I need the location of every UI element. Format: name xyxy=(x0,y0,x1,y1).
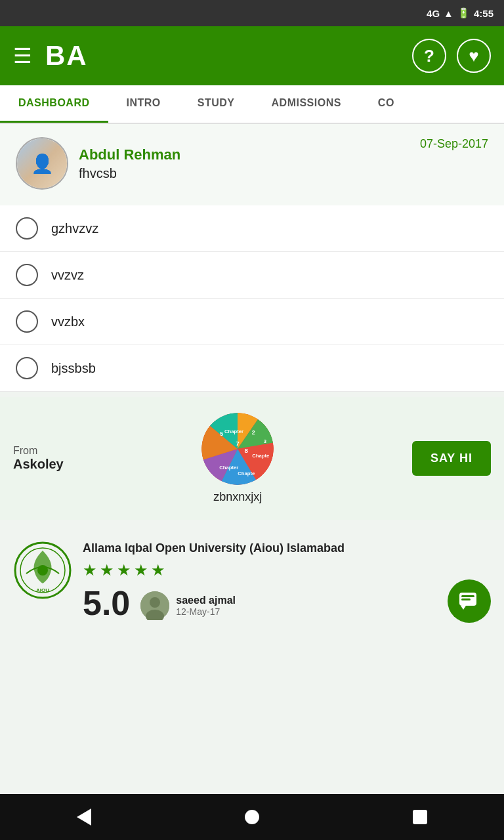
status-bar: 4G ▲ 🔋 4:55 xyxy=(0,0,504,26)
help-button[interactable]: ? xyxy=(412,39,446,73)
tab-bar: DASHBOARD INTRO STUDY ADMISSIONS CO xyxy=(0,85,504,124)
from-label: From xyxy=(13,445,64,457)
avatar-image: 👤 xyxy=(17,138,67,188)
chapter-pie-chart: 2 3 Chapter Chapte 5 Chapter Chapte 7 8 xyxy=(201,413,274,485)
tab-study[interactable]: STUDY xyxy=(179,85,253,123)
university-logo: AIOU xyxy=(13,541,72,600)
say-hi-button[interactable]: SAY HI xyxy=(412,441,491,476)
reviewer-avatar xyxy=(140,591,169,620)
option-text-4: bjssbsb xyxy=(51,361,96,376)
signal-indicator: 4G xyxy=(427,8,440,19)
star-2: ★ xyxy=(100,561,114,579)
options-list: gzhvzvz vvzvz vvzbx bjssbsb xyxy=(0,205,504,392)
svg-text:3: 3 xyxy=(264,438,266,444)
reviewer-avatar-svg xyxy=(140,591,169,620)
star-4: ★ xyxy=(134,561,148,579)
option-text-3: vvzbx xyxy=(51,314,85,329)
wheel-container: 2 3 Chapter Chapte 5 Chapter Chapte 7 8 … xyxy=(201,413,274,504)
university-name: Allama Iqbal Open University (Aiou) Isla… xyxy=(83,541,491,556)
reviewer-date: 12-May-17 xyxy=(176,606,236,617)
heart-icon: ♥ xyxy=(469,46,478,66)
svg-point-19 xyxy=(37,565,48,576)
favorites-button[interactable]: ♥ xyxy=(457,39,491,73)
aiou-logo-svg: AIOU xyxy=(13,541,72,600)
brand-logo: BA xyxy=(45,40,88,72)
reviewer-details: saeed ajmal 12-May-17 xyxy=(176,595,236,617)
radio-button-1[interactable] xyxy=(16,217,38,240)
bottom-nav-bar xyxy=(0,794,504,840)
quiz-user-info: 👤 Abdul Rehman fhvcsb xyxy=(16,137,180,190)
svg-text:2: 2 xyxy=(252,429,255,436)
user-code: fhvcsb xyxy=(79,166,180,181)
star-3: ★ xyxy=(117,561,131,579)
university-card: AIOU Allama Iqbal Open University (Aiou)… xyxy=(0,525,504,636)
chat-fab-button[interactable] xyxy=(448,579,491,623)
location-name: Askoley xyxy=(13,457,64,472)
top-app-bar: ☰ BA ? ♥ xyxy=(0,26,504,85)
star-1: ★ xyxy=(83,561,97,579)
svg-text:5: 5 xyxy=(220,430,224,437)
reviewer-name: saeed ajmal xyxy=(176,595,236,606)
tab-co[interactable]: CO xyxy=(360,85,413,123)
quiz-card: 👤 Abdul Rehman fhvcsb 07-Sep-2017 xyxy=(0,124,504,205)
top-bar-right: ? ♥ xyxy=(412,39,491,73)
svg-text:AIOU: AIOU xyxy=(36,587,49,593)
chapter-wheel: 2 3 Chapter Chapte 5 Chapter Chapte 7 8 xyxy=(201,413,274,485)
option-item-4[interactable]: bjssbsb xyxy=(0,345,504,392)
hamburger-menu-icon[interactable]: ☰ xyxy=(13,43,32,68)
tab-dashboard[interactable]: DASHBOARD xyxy=(0,85,108,123)
option-text-1: gzhvzvz xyxy=(51,221,98,236)
status-icons: 4G ▲ 🔋 4:55 xyxy=(427,7,494,19)
battery-icon: 🔋 xyxy=(457,7,470,19)
radio-button-4[interactable] xyxy=(16,357,38,379)
svg-point-22 xyxy=(150,597,160,608)
svg-text:Chapter: Chapter xyxy=(224,429,243,434)
user-details: Abdul Rehman fhvcsb xyxy=(79,146,180,181)
option-item-1[interactable]: gzhvzvz xyxy=(0,205,504,252)
chat-icon xyxy=(458,590,480,612)
tab-intro[interactable]: INTRO xyxy=(108,85,179,123)
tab-admissions[interactable]: ADMISSIONS xyxy=(253,85,360,123)
svg-text:7: 7 xyxy=(236,440,240,447)
back-button[interactable] xyxy=(77,808,91,826)
wheel-user-label: zbnxnxjxj xyxy=(213,490,262,504)
home-button[interactable] xyxy=(245,810,259,824)
recents-button[interactable] xyxy=(413,810,427,824)
user-chapter-card: From Askoley 2 3 Chapter Chapte 5 xyxy=(0,397,504,520)
quiz-date: 07-Sep-2017 xyxy=(420,137,488,151)
time-display: 4:55 xyxy=(474,8,494,19)
radio-button-3[interactable] xyxy=(16,310,38,333)
svg-text:8: 8 xyxy=(245,447,249,454)
avatar: 👤 xyxy=(16,137,68,190)
university-info: Allama Iqbal Open University (Aiou) Isla… xyxy=(83,541,491,620)
user-name: Abdul Rehman xyxy=(79,146,180,163)
svg-rect-26 xyxy=(461,598,471,600)
star-5: ★ xyxy=(151,561,165,579)
user-card-left: From Askoley xyxy=(13,445,64,472)
svg-text:Chapter: Chapter xyxy=(220,465,239,471)
signal-bars: ▲ xyxy=(444,8,453,19)
svg-text:Chapte: Chapte xyxy=(252,453,270,459)
top-bar-left: ☰ BA xyxy=(13,40,88,72)
rating-score: 5.0 xyxy=(83,586,130,620)
svg-point-7 xyxy=(220,431,256,467)
quiz-header: 👤 Abdul Rehman fhvcsb 07-Sep-2017 xyxy=(16,137,488,190)
svg-text:Chapte: Chapte xyxy=(238,471,255,476)
radio-button-2[interactable] xyxy=(16,264,38,286)
question-mark-icon: ? xyxy=(424,46,434,66)
star-rating: ★ ★ ★ ★ ★ xyxy=(83,561,491,579)
svg-rect-25 xyxy=(461,595,474,597)
reviewer-info: saeed ajmal 12-May-17 xyxy=(140,591,236,620)
option-item-3[interactable]: vvzbx xyxy=(0,299,504,345)
option-item-2[interactable]: vvzvz xyxy=(0,252,504,299)
option-text-2: vvzvz xyxy=(51,268,84,283)
